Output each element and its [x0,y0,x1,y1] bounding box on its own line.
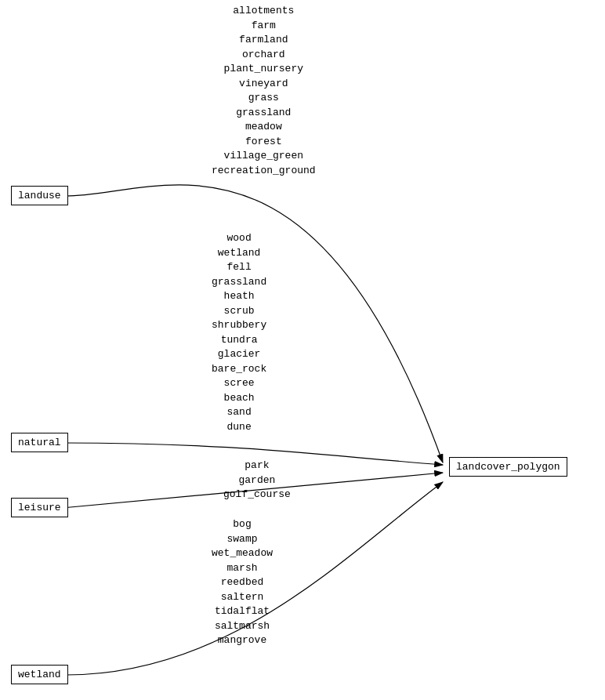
wetland-values: bogswampwet_meadowmarshreedbed salternti… [212,517,273,648]
wetland-node: wetland [11,665,68,684]
landuse-values: allotmentsfarmfarmlandorchardplant_nurse… [212,4,316,178]
leisure-node: leisure [11,498,68,517]
landcover-polygon-node: landcover_polygon [449,457,567,477]
natural-values: woodwetlandfellgrasslandheathscrub shrub… [212,231,266,434]
natural-node: natural [11,433,68,452]
leisure-values: parkgardengolf_course [223,459,291,502]
landuse-node: landuse [11,186,68,205]
